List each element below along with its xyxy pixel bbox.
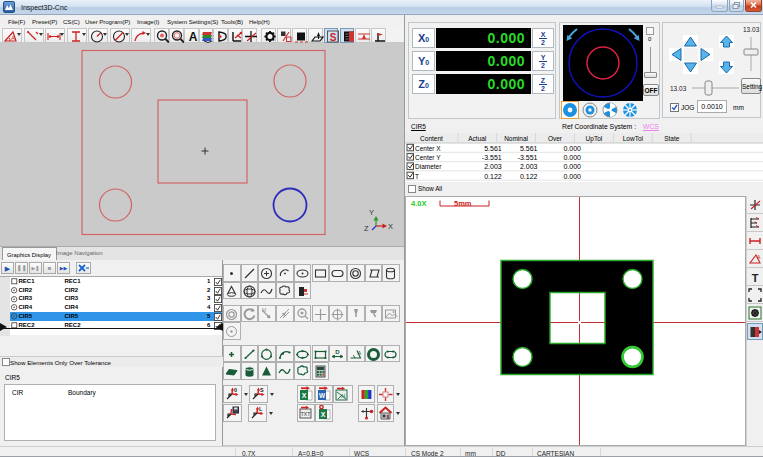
svg-text:W: W — [319, 392, 326, 399]
svg-text:5.561: 5.561 — [520, 145, 538, 152]
svg-text:Y: Y — [369, 208, 374, 217]
svg-text:4.0X: 4.0X — [411, 199, 426, 208]
svg-text:5.561: 5.561 — [484, 145, 502, 152]
svg-text:0.122: 0.122 — [520, 173, 538, 180]
svg-text:N: N — [341, 393, 345, 399]
svg-text:Center Y: Center Y — [415, 154, 441, 161]
svg-text:0.000: 0.000 — [563, 173, 581, 180]
svg-text:M: M — [262, 307, 266, 313]
svg-text:0: 0 — [234, 387, 237, 393]
svg-text:Over: Over — [548, 135, 563, 142]
svg-text:13.03: 13.03 — [743, 26, 760, 33]
svg-text:Nominal: Nominal — [504, 135, 528, 142]
svg-text:Actual: Actual — [468, 135, 487, 142]
svg-text:13.03: 13.03 — [670, 85, 687, 92]
svg-text:A: A — [757, 254, 761, 260]
svg-text:X: X — [388, 222, 393, 231]
svg-text:-3.551: -3.551 — [482, 154, 502, 161]
svg-text:L: L — [259, 406, 263, 412]
svg-text:2.003: 2.003 — [484, 163, 502, 170]
svg-text:A: A — [357, 350, 361, 356]
svg-text:T: T — [415, 173, 419, 180]
svg-text:5mm: 5mm — [454, 199, 472, 208]
svg-text:0.000: 0.000 — [563, 145, 581, 152]
svg-text:D: D — [336, 348, 341, 354]
svg-text:A: A — [11, 35, 15, 41]
svg-text:0.000: 0.000 — [563, 163, 581, 170]
svg-text:0.000: 0.000 — [563, 154, 581, 161]
svg-text:Center X: Center X — [415, 145, 441, 152]
svg-text:State: State — [664, 135, 680, 142]
svg-text:TXT: TXT — [301, 411, 310, 417]
svg-text:X: X — [321, 411, 326, 418]
svg-text:Z: Z — [364, 224, 369, 233]
svg-text:S: S — [329, 32, 336, 43]
svg-text:0.122: 0.122 — [484, 173, 502, 180]
svg-text:S: S — [260, 387, 264, 393]
svg-text:X: X — [302, 392, 307, 399]
svg-text:Content: Content — [420, 135, 443, 142]
svg-text:Diameter: Diameter — [415, 163, 442, 170]
svg-text:T: T — [752, 272, 759, 284]
svg-text:-3.551: -3.551 — [518, 154, 538, 161]
svg-text:A: A — [189, 30, 198, 44]
svg-text:2.003: 2.003 — [520, 163, 538, 170]
svg-text:UpTol: UpTol — [586, 135, 603, 143]
svg-text:LowTol: LowTol — [623, 135, 644, 142]
